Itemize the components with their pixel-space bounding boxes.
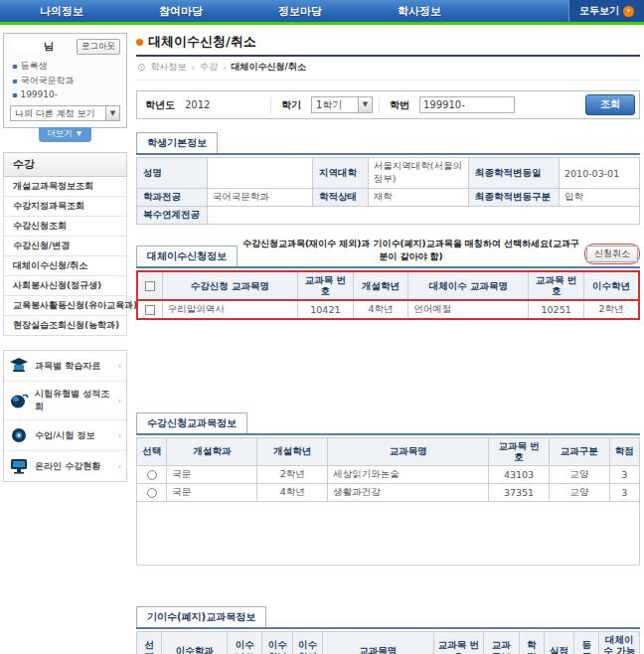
all-menu-expand-icon: ▾ bbox=[623, 6, 634, 17]
sidebar-item-enrollment-change[interactable]: 수강신청/변경 bbox=[4, 237, 126, 256]
sidebar-item-field-practice[interactable]: 현장실습조회신청(농학과) bbox=[4, 316, 126, 335]
column-header: 이수 학년 bbox=[262, 631, 292, 654]
sidebar-item-substitute-apply[interactable]: 대체이수신청/취소 bbox=[4, 256, 126, 276]
substitute-tabbar: 대체이수신청정보 수강신청교과목(재이수 제외)과 기이수(폐지)교과목을 매칭… bbox=[136, 238, 640, 268]
table-row: 복수연계전공 bbox=[137, 207, 640, 225]
cell-course-name: 생활과건강 bbox=[328, 483, 489, 501]
completed-courses-table: 선택 이수학과 이수 년도 이수 학년 이수 학기 교과목명 교과목 번 호 교… bbox=[136, 631, 640, 654]
chevron-right-icon: › bbox=[117, 396, 121, 406]
row-radio[interactable] bbox=[147, 470, 157, 480]
quick-link-class-exam-info[interactable]: 수업/시험 정보 › bbox=[4, 420, 126, 451]
sidebar-item-designated-courses[interactable]: 수강지정과목조회 bbox=[4, 197, 126, 217]
column-header: 대체이수 교과목명 bbox=[408, 271, 529, 300]
field-label: 학과전공 bbox=[137, 189, 208, 207]
user-name: 님 bbox=[10, 40, 54, 54]
more-button[interactable]: 더보기 ▼ bbox=[39, 127, 90, 142]
field-label: 지역대학 bbox=[313, 158, 369, 189]
select-all-header bbox=[137, 271, 162, 300]
column-header: 교과목 번 호 bbox=[529, 271, 584, 300]
breadcrumb: ⊙ 학사정보 › 수강 › 대체이수신청/취소 bbox=[136, 57, 640, 81]
monitor-icon bbox=[9, 457, 29, 475]
row-select-cell bbox=[137, 300, 162, 319]
sidebar: 님 로그아웃 ▪등록생 ▪국어국문학과 ▪199910- 나의 다른 계정 보기… bbox=[0, 33, 129, 654]
breadcrumb-item[interactable]: 수강 bbox=[200, 61, 218, 74]
semester-select-value: 1학기 bbox=[316, 98, 342, 112]
field-value bbox=[207, 207, 639, 225]
cell-course-no: 37351 bbox=[489, 483, 550, 501]
semester-label: 학기 bbox=[277, 98, 305, 112]
sidebar-item-social-service[interactable]: 사회봉사신청(정규생) bbox=[4, 276, 126, 296]
table-header-row: 선택 이수학과 이수 년도 이수 학년 이수 학기 교과목명 교과목 번 호 교… bbox=[137, 631, 640, 654]
bullet-icon: ▪ bbox=[12, 62, 17, 71]
semester-select[interactable]: 1학기 ▼ bbox=[311, 96, 373, 113]
quick-link-label: 시험유형별 성적조회 bbox=[35, 388, 111, 413]
row-checkbox[interactable] bbox=[145, 305, 155, 315]
substitute-notice: 수강신청교과목(재이수 제외)과 기이수(폐지)교과목을 매칭하여 선택하세요(… bbox=[238, 238, 584, 266]
cell-credits: 3 bbox=[609, 483, 639, 501]
cell-course-no: 10251 bbox=[529, 300, 584, 319]
all-menu-button[interactable]: 모두보기 ▾ bbox=[568, 0, 644, 22]
divider bbox=[270, 97, 271, 113]
top-nav-items: 나의정보 참여마당 정보마당 학사정보 bbox=[0, 0, 477, 22]
search-button[interactable]: 조회 bbox=[585, 94, 635, 115]
quick-link-materials[interactable]: 과목별 학습자료 › bbox=[4, 351, 126, 382]
enrolled-tabbar: 수강신청교과목정보 bbox=[136, 412, 640, 435]
field-label: 학적상태 bbox=[313, 189, 369, 207]
sidebar-item-course-info[interactable]: 개설교과목정보조회 bbox=[4, 177, 126, 197]
row-radio[interactable] bbox=[147, 488, 157, 498]
field-label: 복수연계전공 bbox=[137, 207, 208, 225]
breadcrumb-item[interactable]: 학사정보 bbox=[150, 61, 186, 74]
column-header: 교과목 번 호 bbox=[433, 631, 484, 654]
cell-completed-year: 2학년 bbox=[583, 300, 639, 319]
column-header: 교과목 번 호 bbox=[298, 271, 354, 300]
all-menu-label: 모두보기 bbox=[579, 4, 619, 18]
nav-information[interactable]: 정보마당 bbox=[239, 4, 358, 19]
field-label: 최종학적변동일 bbox=[468, 158, 559, 189]
tab-enrolled-courses: 수강신청교과목정보 bbox=[136, 412, 247, 433]
headset-icon bbox=[9, 426, 29, 444]
field-value: 서울지역대학(서울의정부) bbox=[368, 158, 468, 189]
nav-academic[interactable]: 학사정보 bbox=[358, 4, 477, 19]
title-bullet-icon bbox=[136, 39, 143, 46]
logout-button[interactable]: 로그아웃 bbox=[77, 39, 120, 55]
field-value: 재학 bbox=[368, 189, 468, 207]
account-select-value: 나의 다른 계정 보기 bbox=[15, 107, 95, 120]
table-row: 국문 4학년 생활과건강 37351 교양 3 bbox=[137, 483, 640, 501]
select-all-checkbox[interactable] bbox=[145, 281, 155, 291]
enrolled-courses-table: 선택 개설학과 개설학년 교과목명 교과목 번 호 교과구분 학점 국문 2학년… bbox=[136, 437, 640, 502]
year-label: 학년도 bbox=[141, 98, 179, 112]
account-select[interactable]: 나의 다른 계정 보기 ▼ bbox=[10, 105, 120, 121]
cell-grade-year: 4학년 bbox=[257, 483, 328, 501]
quick-link-label: 과목별 학습자료 bbox=[35, 360, 111, 373]
student-no-label: 학번 bbox=[386, 98, 413, 112]
sidebar-menu: 개설교과목정보조회 수강지정과목조회 수강신청조회 수강신청/변경 대체이수신청… bbox=[3, 177, 127, 336]
sidebar-item-enrollment-lookup[interactable]: 수강신청조회 bbox=[4, 217, 126, 237]
table-row: 우리말의역사 10421 4학년 언어예절 10251 2학년 bbox=[137, 300, 639, 319]
quick-link-grades[interactable]: 시험유형별 성적조회 › bbox=[4, 382, 126, 420]
student-info-tabbar: 학생기본정보 bbox=[136, 132, 640, 155]
page-title: 대체이수신청/취소 bbox=[136, 33, 640, 57]
cancel-application-button[interactable]: 신청취소 bbox=[586, 245, 638, 262]
column-header: 선택 bbox=[137, 437, 167, 465]
quick-link-online-status[interactable]: 온라인 수강현황 › bbox=[4, 451, 126, 481]
column-header: 학점 bbox=[519, 631, 544, 654]
chevron-right-icon: › bbox=[117, 461, 121, 471]
year-value: 2012 bbox=[185, 99, 264, 110]
divider bbox=[379, 97, 380, 113]
chevron-down-icon: ▼ bbox=[358, 97, 372, 112]
column-header: 이수 학기 bbox=[292, 631, 322, 654]
quick-link-label: 온라인 수강현황 bbox=[35, 460, 111, 473]
student-no-input[interactable] bbox=[419, 96, 515, 113]
quick-link-label: 수업/시험 정보 bbox=[35, 429, 111, 442]
tab-substitute-apply: 대체이수신청정보 bbox=[136, 245, 238, 266]
nav-my-info[interactable]: 나의정보 bbox=[0, 4, 119, 19]
nav-participation[interactable]: 참여마당 bbox=[119, 4, 239, 19]
user-student-no: ▪199910- bbox=[10, 88, 120, 100]
cell-course-no: 10421 bbox=[298, 300, 354, 319]
field-value bbox=[207, 158, 312, 189]
field-label: 최종학적변동구분 bbox=[468, 189, 559, 207]
field-value: 입학 bbox=[560, 189, 640, 207]
user-status: ▪등록생 bbox=[10, 59, 120, 74]
sidebar-item-edu-service[interactable]: 교육봉사활동신청(유아교육과) bbox=[4, 296, 126, 316]
sidebar-section-title: 수강 bbox=[3, 152, 127, 177]
